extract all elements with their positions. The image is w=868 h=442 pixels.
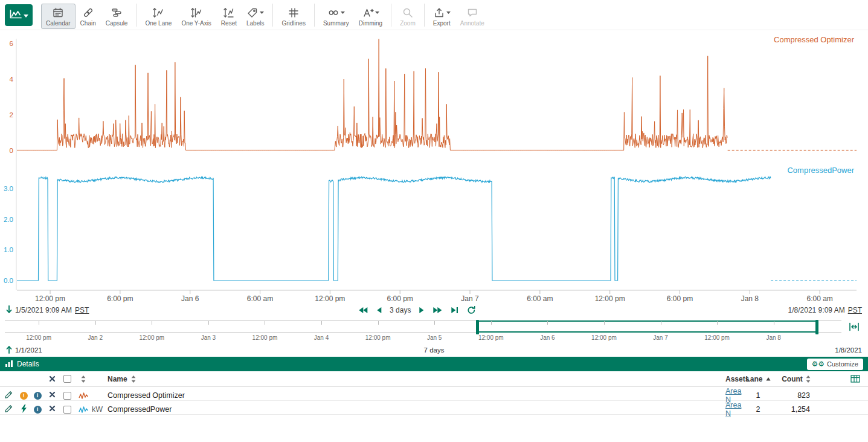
- y-axis-tick-label: 2.0: [4, 216, 13, 223]
- investigate-range-start[interactable]: 1/1/2021: [6, 345, 42, 355]
- range-end-date[interactable]: 1/8/2021 9:09 AM: [788, 306, 845, 314]
- row-checkbox[interactable]: [63, 392, 71, 400]
- timeline-selection-right-handle[interactable]: [815, 320, 818, 334]
- timeline-tick: [604, 321, 605, 325]
- toolbar-zoom-button: Zoom: [395, 4, 420, 29]
- sort-lane-button[interactable]: Lane: [742, 371, 774, 386]
- one-y-axis-icon: [190, 7, 202, 19]
- y-axis-tick-label: 0.0: [4, 277, 13, 284]
- toolbar-summary-button[interactable]: Summary: [318, 4, 354, 29]
- refresh-button[interactable]: [467, 306, 475, 314]
- step-back-half-button[interactable]: [376, 306, 382, 314]
- timeline-track[interactable]: 12:00 pmJan 212:00 pmJan 312:00 pmJan 41…: [5, 320, 841, 333]
- trend-chart[interactable]: 12:00 pm6:00 pmJan 66:00 am12:00 pm6:00 …: [0, 30, 868, 302]
- toolbar-one-lane-button[interactable]: One Lane: [140, 4, 176, 29]
- range-navigation: 3 days: [358, 306, 475, 314]
- x-axis-tick-label: 12:00 pm: [595, 294, 625, 302]
- seeq-workbench: CalendarChainCapsuleOne LaneOne Y-AxisRe…: [0, 0, 868, 415]
- x-axis-tick-label: 12:00 pm: [315, 294, 345, 302]
- toolbar-chain-button[interactable]: Chain: [76, 4, 101, 29]
- asset-link[interactable]: Area N: [725, 401, 742, 418]
- asset-cell: Area N: [696, 401, 742, 418]
- details-panel-header: Details ⚙⚙ Customize: [0, 357, 868, 371]
- close-icon: [49, 405, 56, 414]
- info-icon: i: [34, 406, 42, 414]
- timeline-tick: [491, 321, 492, 325]
- view-selector-button[interactable]: [5, 4, 33, 26]
- timeline-tick: [265, 321, 265, 325]
- timeline-selection-left-handle[interactable]: [476, 320, 479, 334]
- calendar-icon: [52, 7, 64, 19]
- step-forward-half-button[interactable]: [419, 306, 425, 314]
- display-range-row: 1/5/2021 9:09 AM PST 3 days: [0, 302, 868, 318]
- row-checkbox[interactable]: [63, 406, 71, 414]
- display-range-end[interactable]: 1/8/2021 9:09 AM PST: [788, 306, 862, 314]
- toolbar-one-y-axis-button[interactable]: One Y-Axis: [176, 4, 216, 29]
- timeline-selection[interactable]: [478, 320, 817, 333]
- remove-all-button[interactable]: [45, 371, 59, 386]
- chain-icon: [82, 7, 94, 19]
- display-range-start[interactable]: 1/5/2021 9:09 AM PST: [6, 305, 89, 316]
- step-forward-full-button[interactable]: [432, 306, 443, 314]
- x-axis-tick-label: Jan 7: [461, 294, 479, 302]
- toolbar-calendar-button[interactable]: Calendar: [41, 4, 76, 29]
- row-spacer: [818, 401, 843, 418]
- power-series[interactable]: [17, 177, 771, 281]
- add-column-button[interactable]: [843, 371, 868, 386]
- select-all-checkbox[interactable]: [59, 371, 75, 386]
- timeline-end-label: 1/8/2021: [835, 346, 862, 354]
- y-axis-tick-label: 4: [10, 76, 14, 83]
- toolbar-reset-button[interactable]: Reset: [216, 4, 242, 29]
- range-start-date[interactable]: 1/5/2021 9:09 AM: [15, 306, 72, 314]
- range-duration-label[interactable]: 3 days: [390, 306, 411, 314]
- remove-item-button[interactable]: [45, 401, 59, 418]
- timeline-tick-label: 12:00 pm: [704, 334, 730, 341]
- timeline-tick-label: Jan 6: [540, 334, 555, 341]
- optimizer-series[interactable]: [17, 39, 727, 151]
- y-axis-tick-label: 2: [10, 111, 13, 119]
- sort-count-button[interactable]: Count: [774, 371, 818, 386]
- lane-label-optimizer[interactable]: Compressed Optimizer: [774, 35, 855, 44]
- customize-button[interactable]: ⚙⚙ Customize: [807, 359, 863, 370]
- sort-type-button[interactable]: [75, 371, 92, 386]
- toolbar-separator: [424, 4, 425, 27]
- x-axis-tick-label: 6:00 am: [807, 294, 833, 302]
- timeline-tick-label: Jan 3: [201, 334, 216, 341]
- range-start-timezone[interactable]: PST: [75, 306, 89, 314]
- annotate-icon: [466, 7, 478, 19]
- timeline-total-duration: 7 days: [424, 346, 445, 354]
- gridlines-icon: [288, 7, 300, 19]
- lane-label-power[interactable]: CompressedPower: [787, 166, 854, 175]
- toolbar-separator: [391, 4, 391, 27]
- details-chart-icon: [5, 360, 13, 369]
- sort-name-button[interactable]: Name: [108, 371, 696, 386]
- toolbar-export-button[interactable]: Export: [428, 4, 455, 29]
- status-cell: [17, 401, 30, 418]
- toolbar-dimming-button[interactable]: Dimming: [354, 4, 387, 29]
- lane-value: 2: [742, 401, 774, 418]
- item-name[interactable]: CompressedPower: [108, 401, 696, 418]
- step-to-end-button[interactable]: [451, 306, 459, 314]
- header-unit-col: [92, 371, 108, 386]
- x-axis-tick-label: 6:00 pm: [667, 294, 693, 302]
- trend-chart-area: 12:00 pm6:00 pmJan 66:00 am12:00 pm6:00 …: [0, 30, 868, 302]
- toolbar-labels-button[interactable]: Labels: [242, 4, 269, 29]
- item-info-button[interactable]: i: [30, 401, 45, 418]
- timeline-expand-button[interactable]: [847, 321, 861, 334]
- zoom-icon: [402, 7, 414, 19]
- trend-view-icon: [10, 10, 22, 21]
- toolbar-capsule-button[interactable]: Capsule: [101, 4, 133, 29]
- row-action-spacer: [843, 401, 868, 418]
- range-end-timezone[interactable]: PST: [848, 306, 862, 314]
- toolbar-annotate-button: Annotate: [455, 4, 489, 29]
- toolbar-separator: [272, 4, 273, 27]
- timeline-tick: [717, 321, 718, 325]
- timeline-tick-label: Jan 2: [88, 334, 102, 341]
- shift-timeline-icon: [6, 345, 12, 355]
- step-back-full-button[interactable]: [358, 306, 368, 314]
- edit-properties-button[interactable]: [0, 401, 17, 418]
- timeline-tick: [321, 321, 322, 325]
- timeline-tick-label: 12:00 pm: [365, 334, 391, 341]
- toolbar-gridlines-button[interactable]: Gridlines: [277, 4, 310, 29]
- details-table-header: NameAssetsLaneCount: [0, 371, 868, 387]
